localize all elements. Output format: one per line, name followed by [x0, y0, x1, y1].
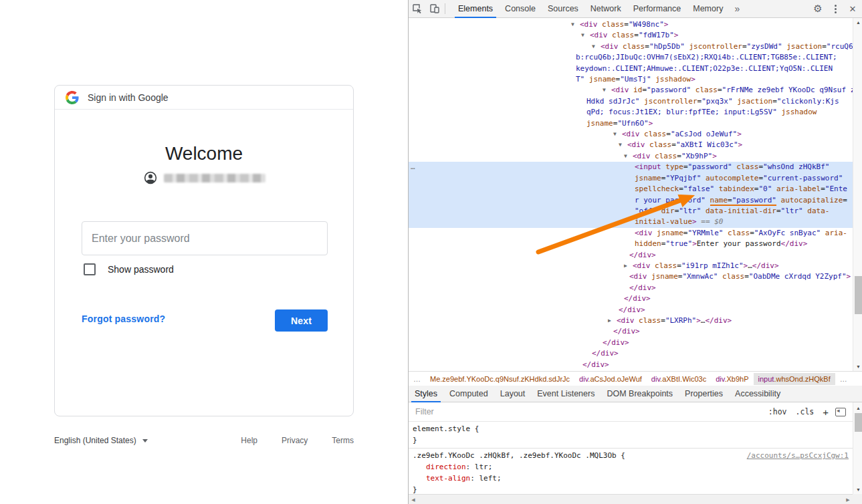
- scrollbar-thumb[interactable]: [855, 276, 862, 314]
- toggle-[interactable]: +: [823, 406, 829, 418]
- styles-scrollbar[interactable]: ▲ ▼: [853, 402, 862, 494]
- dom-tree-line[interactable]: keydown:.CLIENT;AHmuwe:.CLIENT;O22p3e:.C…: [409, 64, 853, 74]
- tab-sources[interactable]: Sources: [542, 0, 584, 18]
- next-button[interactable]: Next: [275, 309, 328, 332]
- kebab-menu-icon[interactable]: [827, 0, 844, 17]
- toggle-hov[interactable]: :hov: [768, 407, 787, 416]
- dom-tree-line[interactable]: </div>: [409, 283, 853, 293]
- devtools-panel: ElementsConsoleSourcesNetworkPerformance…: [408, 0, 862, 504]
- dom-tree-line[interactable]: ▼<div class="hDp5Db" jscontroller="zysDW…: [409, 41, 853, 52]
- dom-tree-line[interactable]: </div>: [409, 326, 853, 337]
- style-rule-close: }: [409, 434, 853, 446]
- account-chip[interactable]: [55, 170, 353, 186]
- dom-tree-line[interactable]: </div>: [409, 250, 853, 261]
- dom-tree-line[interactable]: <div jsname="YRMmle" class="AxOyFc snBya…: [409, 228, 853, 239]
- sidebar-tab-properties[interactable]: Properties: [679, 386, 729, 402]
- sidebar-tab-styles[interactable]: Styles: [409, 386, 443, 402]
- dom-tree-line[interactable]: </div>: [409, 360, 853, 370]
- elements-scrollbar[interactable]: ▲ ▼: [853, 18, 862, 371]
- scroll-down-icon[interactable]: ▼: [853, 485, 862, 494]
- dom-tree-line[interactable]: spellcheck="false" tabindex="0" aria-lab…: [409, 184, 853, 195]
- dom-tree-line[interactable]: "off" dir="ltr" data-initial-dir="ltr" d…: [409, 206, 853, 217]
- stylesheet-link[interactable]: /accounts/s…psCcxjCgw:1: [747, 450, 849, 461]
- signin-brand-text: Sign in with Google: [88, 92, 169, 103]
- dom-tree-line[interactable]: Hdkd sdJrJc" jscontroller="pxq3x" jsacti…: [409, 96, 853, 107]
- dock-sidebar-icon[interactable]: [835, 408, 846, 416]
- style-rule: .ze9ebf.YKooDc .zHQkBf, .ze9ebf.YKooDc .…: [409, 448, 853, 494]
- dom-tree-line[interactable]: qPd; focus:Jt1EX; blur:fpfTEe; input:Lg5…: [409, 107, 853, 118]
- settings-gear-icon[interactable]: ⚙: [809, 0, 827, 17]
- scroll-right-icon[interactable]: ▶: [843, 495, 853, 504]
- breadcrumb-more[interactable]: …: [835, 373, 852, 385]
- style-rule-selector[interactable]: .ze9ebf.YKooDc .zHQkBf, .ze9ebf.YKooDc .…: [413, 450, 625, 461]
- more-tabs-button[interactable]: »: [729, 3, 745, 14]
- scroll-up-icon[interactable]: ▲: [853, 404, 862, 412]
- dom-tree-line[interactable]: ▶<div class="i91rp mIZh1c">…</div>: [409, 261, 853, 271]
- dom-tree-line[interactable]: </div>: [409, 338, 853, 348]
- tab-elements[interactable]: Elements: [452, 0, 499, 18]
- signin-card: Sign in with Google Welcome Show passwor…: [54, 85, 354, 416]
- tab-performance[interactable]: Performance: [627, 0, 687, 18]
- dom-tree-line[interactable]: hidden="true">Enter your password</div>: [409, 239, 853, 249]
- dom-tree-line[interactable]: initial-value> == $0: [409, 217, 853, 227]
- scroll-down-icon[interactable]: ▼: [853, 362, 862, 371]
- show-password-checkbox[interactable]: [84, 263, 96, 275]
- forgot-password-link[interactable]: Forgot password?: [82, 313, 165, 324]
- close-devtools-icon[interactable]: ✕: [844, 0, 861, 17]
- dom-tree-line[interactable]: <div jsname="XmnwAc" class="OabDMe cXrdq…: [409, 271, 853, 282]
- dom-tree-line[interactable]: jsname="Ufn6O">: [409, 118, 853, 129]
- toggle-cls[interactable]: .cls: [796, 407, 815, 416]
- scroll-up-icon[interactable]: ▲: [853, 18, 862, 27]
- dom-tree-line[interactable]: ▶<div class="LXRPh">…</div>: [409, 316, 853, 326]
- breadcrumb-more[interactable]: …: [409, 373, 425, 385]
- breadcrumb-item[interactable]: div.Xb9hP: [711, 373, 753, 385]
- toolbar-separator: [445, 3, 445, 14]
- dom-tree-line[interactable]: ▼<div class="aXBtI Wic03c">: [409, 140, 853, 150]
- styles-filter-input[interactable]: [409, 407, 768, 416]
- style-property[interactable]: direction: ltr;: [409, 461, 853, 473]
- breadcrumb-item[interactable]: div.aCsJod.oJeWuf: [574, 373, 647, 385]
- language-selector[interactable]: English (United States): [54, 436, 148, 445]
- dom-tree-line[interactable]: …<input type="password" class="whsOnd zH…: [409, 162, 853, 172]
- sidebar-tab-dom-breakpoints[interactable]: DOM Breakpoints: [601, 386, 679, 402]
- dom-tree-line[interactable]: ▼<div class="Xb9hP">: [409, 151, 853, 162]
- dom-tree-line[interactable]: ▼<div class="fdW17b">: [409, 30, 853, 41]
- breadcrumb-item[interactable]: input.whsOnd.zHQkBf: [754, 373, 835, 385]
- footer-link-help[interactable]: Help: [241, 436, 257, 445]
- sidebar-tab-layout[interactable]: Layout: [494, 386, 532, 402]
- sidebar-tab-event-listeners[interactable]: Event Listeners: [531, 386, 601, 402]
- google-logo-icon: [66, 91, 79, 104]
- sidebar-tab-computed[interactable]: Computed: [443, 386, 494, 402]
- tab-network[interactable]: Network: [584, 0, 627, 18]
- dom-tree-line[interactable]: ▼<div class="aCsJod oJeWuf">: [409, 129, 853, 140]
- account-person-icon: [143, 170, 158, 185]
- dom-tree-line[interactable]: ▼<div id="password" class="rFrNMe ze9ebf…: [409, 85, 853, 96]
- dom-tree-line[interactable]: jsname="YPqjbf" autocomplete="current-pa…: [409, 173, 853, 184]
- inspect-element-icon[interactable]: [409, 0, 426, 17]
- dom-tree-line[interactable]: b:rcuQ6b;JIbuQc:OVHm7(sEbX2);RXQi4b:.CLI…: [409, 52, 853, 63]
- password-input[interactable]: [82, 221, 328, 255]
- scroll-left-icon[interactable]: ◀: [409, 495, 418, 504]
- dom-tree-line[interactable]: </div>: [409, 293, 853, 304]
- footer-link-privacy[interactable]: Privacy: [282, 436, 308, 445]
- dom-tree-line[interactable]: ▼<div class="W498nc">: [409, 19, 853, 30]
- chevron-down-icon: [142, 439, 148, 443]
- elements-tree: ▼<div class="W498nc">▼<div class="fdW17b…: [409, 18, 853, 371]
- horizontal-scrollbar[interactable]: ◀ ▶: [409, 494, 853, 504]
- tab-memory[interactable]: Memory: [687, 0, 729, 18]
- styles-filter-bar: :hov.cls+: [409, 402, 853, 422]
- breadcrumb-item[interactable]: Me.ze9ebf.YKooDc.q9Nsuf.zKHdkd.sdJrJc: [425, 373, 574, 385]
- device-toolbar-icon[interactable]: [426, 0, 443, 17]
- breadcrumb-item[interactable]: div.aXBtI.Wic03c: [647, 373, 711, 385]
- dom-tree-line[interactable]: </div>: [409, 305, 853, 316]
- scrollbar-thumb[interactable]: [855, 413, 862, 432]
- dom-tree-line[interactable]: T" jsname="UmsTj" jsshadow>: [409, 74, 853, 85]
- dom-tree-line[interactable]: </div>: [409, 348, 853, 359]
- footer-link-terms[interactable]: Terms: [332, 436, 354, 445]
- sidebar-tab-accessibility[interactable]: Accessibility: [729, 386, 786, 402]
- style-property[interactable]: text-align: left;: [409, 473, 853, 484]
- dom-tree-line[interactable]: r your password" name="password" autocap…: [409, 195, 853, 206]
- style-rule-selector[interactable]: element.style {: [413, 423, 479, 434]
- tab-console[interactable]: Console: [499, 0, 542, 18]
- signin-footer: English (United States) HelpPrivacyTerms: [54, 434, 354, 447]
